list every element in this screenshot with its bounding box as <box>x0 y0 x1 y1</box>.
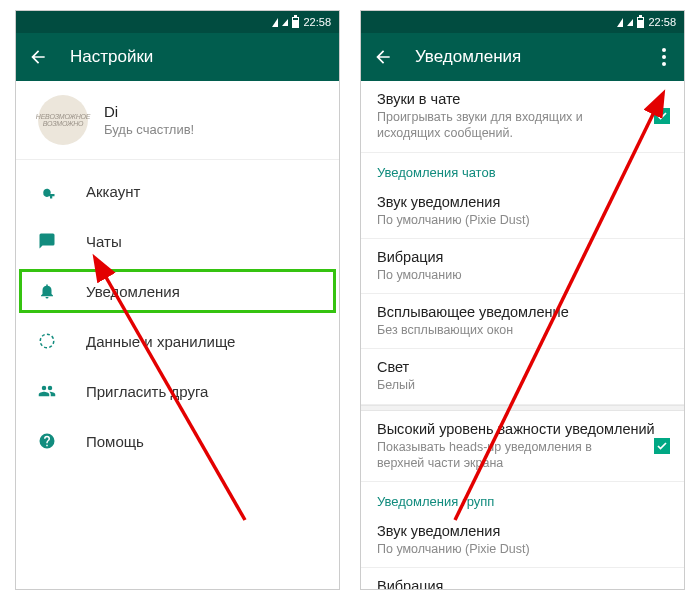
menu-label: Данные и хранилище <box>86 333 235 350</box>
page-title: Уведомления <box>415 47 634 67</box>
chat-icon <box>36 230 58 252</box>
battery-icon <box>637 17 644 28</box>
clock: 22:58 <box>303 16 331 28</box>
setting-title: Звук уведомления <box>377 523 668 539</box>
back-button[interactable] <box>26 45 50 69</box>
wifi-icon <box>627 19 633 26</box>
checkbox-checked-icon[interactable] <box>654 108 670 124</box>
signal-icon <box>272 18 278 27</box>
setting-title: Звук уведомления <box>377 194 668 210</box>
menu-label: Помощь <box>86 433 144 450</box>
svg-point-0 <box>40 334 54 348</box>
avatar: НЕВОЗМОЖНОЕ ВОЗМОЖНО <box>38 95 88 145</box>
data-icon <box>36 330 58 352</box>
avatar-text-2: ВОЗМОЖНО <box>36 120 90 127</box>
clock: 22:58 <box>648 16 676 28</box>
phone-right-notifications: 22:58 Уведомления Звуки в чате Проигрыва… <box>360 10 685 590</box>
profile-name: Di <box>104 103 194 120</box>
setting-title: Вибрация <box>377 578 668 589</box>
profile-status: Будь счастлив! <box>104 122 194 137</box>
menu-item-invite[interactable]: Пригласить друга <box>16 366 339 416</box>
setting-sub: Проигрывать звуки для входящих и исходящ… <box>377 109 668 142</box>
setting-title: Всплывающее уведомление <box>377 304 668 320</box>
setting-sub: По умолчанию <box>377 267 668 283</box>
setting-popup[interactable]: Всплывающее уведомление Без всплывающих … <box>361 294 684 349</box>
bell-icon <box>36 280 58 302</box>
overflow-menu-button[interactable] <box>654 48 674 66</box>
setting-group-vibration[interactable]: Вибрация По умолчанию <box>361 568 684 589</box>
setting-vibration[interactable]: Вибрация По умолчанию <box>361 239 684 294</box>
app-bar: Уведомления <box>361 33 684 81</box>
settings-menu: Аккаунт Чаты Уведомления Данные и хранил… <box>16 160 339 472</box>
setting-sub: Показывать heads-up уведомления в верхне… <box>377 439 668 472</box>
setting-chat-sounds[interactable]: Звуки в чате Проигрывать звуки для входя… <box>361 81 684 153</box>
profile-row[interactable]: НЕВОЗМОЖНОЕ ВОЗМОЖНО Di Будь счастлив! <box>16 81 339 160</box>
page-title: Настройки <box>70 47 329 67</box>
phone-left-settings: 22:58 Настройки НЕВОЗМОЖНОЕ ВОЗМОЖНО Di … <box>15 10 340 590</box>
status-bar: 22:58 <box>361 11 684 33</box>
signal-icon <box>617 18 623 27</box>
setting-sub: По умолчанию (Pixie Dust) <box>377 541 668 557</box>
back-button[interactable] <box>371 45 395 69</box>
checkbox-checked-icon[interactable] <box>654 438 670 454</box>
menu-label: Аккаунт <box>86 183 140 200</box>
setting-title: Звуки в чате <box>377 91 668 107</box>
setting-group-sound[interactable]: Звук уведомления По умолчанию (Pixie Dus… <box>361 513 684 568</box>
status-bar: 22:58 <box>16 11 339 33</box>
help-icon <box>36 430 58 452</box>
menu-item-help[interactable]: Помощь <box>16 416 339 466</box>
menu-label: Чаты <box>86 233 122 250</box>
menu-label: Уведомления <box>86 283 180 300</box>
menu-label: Пригласить друга <box>86 383 208 400</box>
people-icon <box>36 380 58 402</box>
settings-list: Звуки в чате Проигрывать звуки для входя… <box>361 81 684 589</box>
battery-icon <box>292 17 299 28</box>
avatar-text-1: НЕВОЗМОЖНОЕ <box>36 113 90 120</box>
section-header-chats: Уведомления чатов <box>361 153 684 184</box>
setting-high-priority[interactable]: Высокий уровень важности уведомлений Пок… <box>361 411 684 483</box>
setting-notification-sound[interactable]: Звук уведомления По умолчанию (Pixie Dus… <box>361 184 684 239</box>
menu-item-account[interactable]: Аккаунт <box>16 166 339 216</box>
setting-title: Вибрация <box>377 249 668 265</box>
setting-sub: По умолчанию (Pixie Dust) <box>377 212 668 228</box>
setting-title: Свет <box>377 359 668 375</box>
wifi-icon <box>282 19 288 26</box>
profile-text: Di Будь счастлив! <box>104 103 194 137</box>
setting-sub: Без всплывающих окон <box>377 322 668 338</box>
app-bar: Настройки <box>16 33 339 81</box>
menu-item-notifications[interactable]: Уведомления <box>16 266 339 316</box>
setting-title: Высокий уровень важности уведомлений <box>377 421 668 437</box>
setting-sub: Белый <box>377 377 668 393</box>
menu-item-chats[interactable]: Чаты <box>16 216 339 266</box>
key-icon <box>36 180 58 202</box>
setting-light[interactable]: Свет Белый <box>361 349 684 404</box>
menu-item-data[interactable]: Данные и хранилище <box>16 316 339 366</box>
section-header-groups: Уведомления групп <box>361 482 684 513</box>
